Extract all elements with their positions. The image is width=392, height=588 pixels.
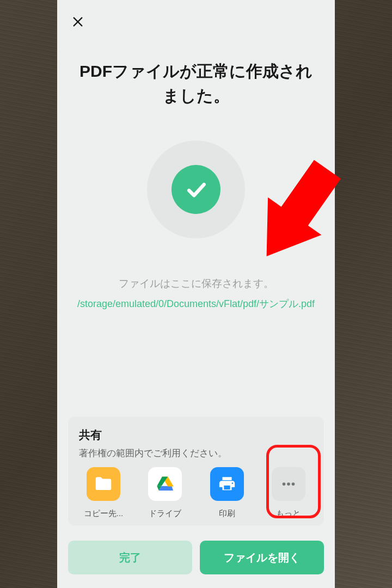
folder-icon (87, 467, 120, 501)
file-path-link[interactable]: /storage/emulated/0/Documents/vFlat/pdf/… (57, 296, 335, 312)
success-indicator (171, 165, 220, 214)
close-button[interactable] (69, 13, 87, 30)
saved-location-label: ファイルはここに保存されます。 (57, 277, 335, 291)
share-item-label: 印刷 (219, 509, 235, 519)
share-item-label: もっと (276, 509, 301, 519)
print-icon (210, 467, 244, 501)
share-icons-row: コピー先... ドライブ (79, 467, 313, 519)
share-item-more[interactable]: もっと (264, 467, 313, 519)
share-item-print[interactable]: 印刷 (203, 467, 252, 519)
share-section: 共有 著作権の範囲内でご利用ください。 コピー先... (68, 416, 324, 525)
share-item-drive[interactable]: ドライブ (140, 467, 189, 519)
success-modal: PDFファイルが正常に作成されました。 ファイルはここに保存されます。 /sto… (57, 0, 335, 588)
share-item-label: コピー先... (84, 509, 124, 519)
share-subtitle: 著作権の範囲内でご利用ください。 (79, 447, 313, 460)
share-title: 共有 (79, 427, 313, 443)
share-item-label: ドライブ (149, 509, 181, 519)
checkmark-icon (184, 177, 208, 201)
success-indicator-outer (147, 140, 245, 238)
more-icon (272, 467, 305, 501)
svg-point-4 (292, 482, 295, 486)
drive-icon (148, 467, 182, 501)
svg-point-3 (287, 482, 290, 486)
done-button[interactable]: 完了 (68, 541, 192, 574)
svg-point-2 (283, 482, 286, 486)
bottom-buttons: 完了 ファイルを開く (68, 541, 324, 574)
share-item-copy[interactable]: コピー先... (79, 467, 128, 519)
modal-title: PDFファイルが正常に作成されました。 (57, 59, 335, 108)
open-file-button[interactable]: ファイルを開く (200, 541, 324, 574)
close-icon (72, 16, 84, 28)
